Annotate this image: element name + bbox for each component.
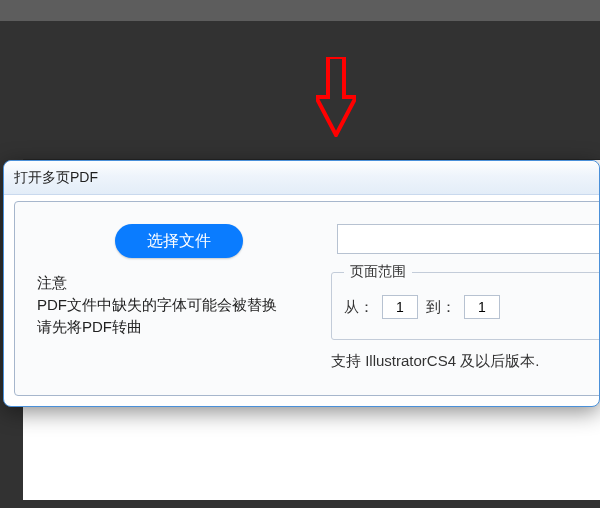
page-range-legend: 页面范围 (344, 263, 412, 281)
dialog-titlebar[interactable]: 打开多页PDF (4, 161, 599, 195)
app-chrome-top (0, 0, 600, 21)
page-to-input[interactable] (464, 295, 500, 319)
page-range-group: 页面范围 从： 到： (331, 272, 600, 340)
support-text: 支持 IllustratorCS4 及以后版本. (331, 352, 539, 371)
notice-line-1: PDF文件中缺失的字体可能会被替换 (37, 294, 307, 316)
select-file-button[interactable]: 选择文件 (115, 224, 243, 258)
pointer-arrow-icon (316, 57, 356, 137)
notice-heading: 注意 (37, 272, 307, 294)
dialog-body: 选择文件 注意 PDF文件中缺失的字体可能会被替换 请先将PDF转曲 页面范围 … (14, 201, 600, 396)
dialog-title: 打开多页PDF (14, 169, 98, 187)
notice-line-2: 请先将PDF转曲 (37, 316, 307, 338)
to-label: 到： (426, 298, 456, 317)
page-from-input[interactable] (382, 295, 418, 319)
from-label: 从： (344, 298, 374, 317)
notice-block: 注意 PDF文件中缺失的字体可能会被替换 请先将PDF转曲 (37, 272, 307, 338)
file-path-input[interactable] (337, 224, 600, 254)
open-multipage-pdf-dialog: 打开多页PDF 选择文件 注意 PDF文件中缺失的字体可能会被替换 请先将PDF… (3, 160, 600, 407)
